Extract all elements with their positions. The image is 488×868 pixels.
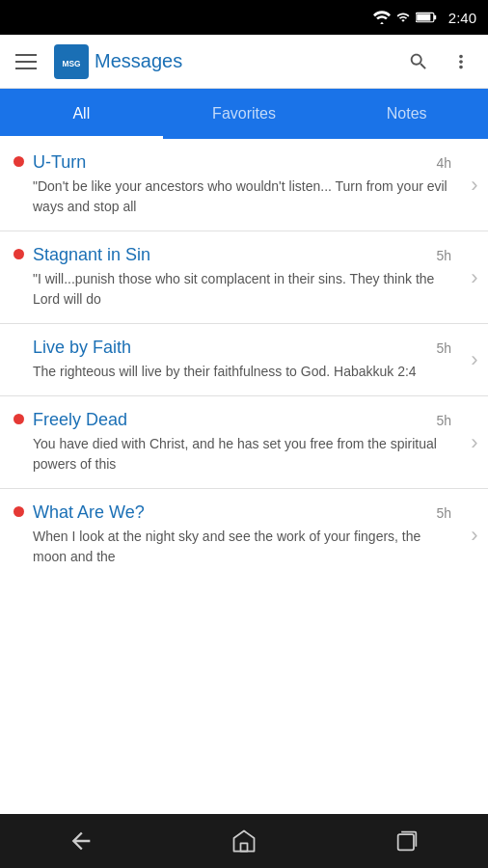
search-button[interactable] [399,42,438,81]
search-icon [408,51,429,72]
svg-text:MSG: MSG [62,58,80,68]
message-preview: "I will...punish those who sit complacen… [33,269,451,310]
home-icon [230,827,258,854]
home-button[interactable] [207,820,281,862]
chevron-col: › [461,410,488,475]
tab-favorites[interactable]: Favorites [163,89,326,139]
hamburger-line-1 [15,54,37,56]
unread-dot [14,414,24,424]
chevron-col: › [461,245,488,310]
bottom-nav [0,814,488,868]
chevron-right-icon: › [471,267,477,288]
hamburger-line-2 [15,61,37,63]
message-header: U-Turn 4h [33,152,451,173]
app-bar-title: Messages [95,50,182,72]
message-title: Stagnant in Sin [33,245,150,265]
app-logo-area: MSG Messages [54,44,399,79]
message-content: U-Turn 4h "Don't be like your ancestors … [33,152,461,217]
message-title: U-Turn [33,152,86,173]
message-content: Freely Dead 5h You have died with Christ… [33,410,461,475]
list-item[interactable]: Stagnant in Sin 5h "I will...punish thos… [0,231,488,324]
message-time: 5h [436,248,451,263]
chevron-right-icon: › [471,175,477,196]
message-time: 5h [436,413,451,428]
message-title: What Are We? [33,502,145,523]
message-preview: "Don't be like your ancestors who wouldn… [33,176,451,217]
chevron-right-icon: › [471,525,477,546]
list-item[interactable]: U-Turn 4h "Don't be like your ancestors … [0,139,488,231]
unread-indicator [14,502,33,567]
chevron-col: › [461,502,488,567]
more-options-button[interactable] [442,42,480,81]
status-bar: 2:40 [0,0,488,35]
app-bar-actions [399,42,480,81]
list-item[interactable]: Live by Faith 5h The righteous will live… [0,324,488,396]
message-content: Live by Faith 5h The righteous will live… [33,338,461,382]
chevron-right-icon: › [471,432,477,453]
back-button[interactable] [44,820,118,862]
hamburger-menu[interactable] [8,46,44,77]
message-preview: The righteous will live by their faithfu… [33,362,451,382]
signal-icon [396,11,410,24]
message-header: Stagnant in Sin 5h [33,245,451,265]
svg-rect-2 [417,14,430,20]
app-logo-icon: MSG [54,44,89,79]
message-header: Freely Dead 5h [33,410,451,430]
chevron-col: › [461,152,488,217]
recent-apps-button[interactable] [370,820,444,862]
status-time: 2:40 [448,10,476,26]
message-content: Stagnant in Sin 5h "I will...punish thos… [33,245,461,310]
unread-dot [14,249,24,259]
recent-icon [393,827,420,854]
message-list: U-Turn 4h "Don't be like your ancestors … [0,139,488,814]
svg-rect-1 [434,15,436,20]
message-preview: When I look at the night sky and see the… [33,527,451,567]
message-time: 5h [436,340,451,356]
no-dot [14,341,24,352]
battery-icon [416,11,437,24]
status-icons: 2:40 [373,10,476,26]
svg-rect-6 [397,834,413,850]
message-time: 4h [436,155,451,171]
svg-rect-5 [240,843,247,851]
unread-indicator [14,152,33,217]
more-icon [450,51,472,72]
unread-indicator [14,410,33,475]
message-title: Freely Dead [33,410,127,430]
unread-dot [14,156,24,167]
back-icon [68,827,95,854]
list-item[interactable]: What Are We? 5h When I look at the night… [0,489,488,581]
tab-bar: All Favorites Notes [0,89,488,139]
hamburger-line-3 [15,68,37,69]
message-preview: You have died with Christ, and he has se… [33,434,451,475]
message-header: Live by Faith 5h [33,338,451,358]
message-title: Live by Faith [33,338,131,358]
tab-all[interactable]: All [0,89,163,139]
chevron-right-icon: › [471,349,477,370]
list-item[interactable]: Freely Dead 5h You have died with Christ… [0,396,488,489]
app-bar: MSG Messages [0,35,488,89]
unread-indicator [14,338,33,382]
message-time: 5h [436,505,451,521]
chevron-col: › [461,338,488,382]
tab-notes[interactable]: Notes [325,89,488,139]
unread-indicator [14,245,33,310]
wifi-icon [373,11,391,24]
message-content: What Are We? 5h When I look at the night… [33,502,461,567]
unread-dot [14,506,24,517]
message-header: What Are We? 5h [33,502,451,523]
